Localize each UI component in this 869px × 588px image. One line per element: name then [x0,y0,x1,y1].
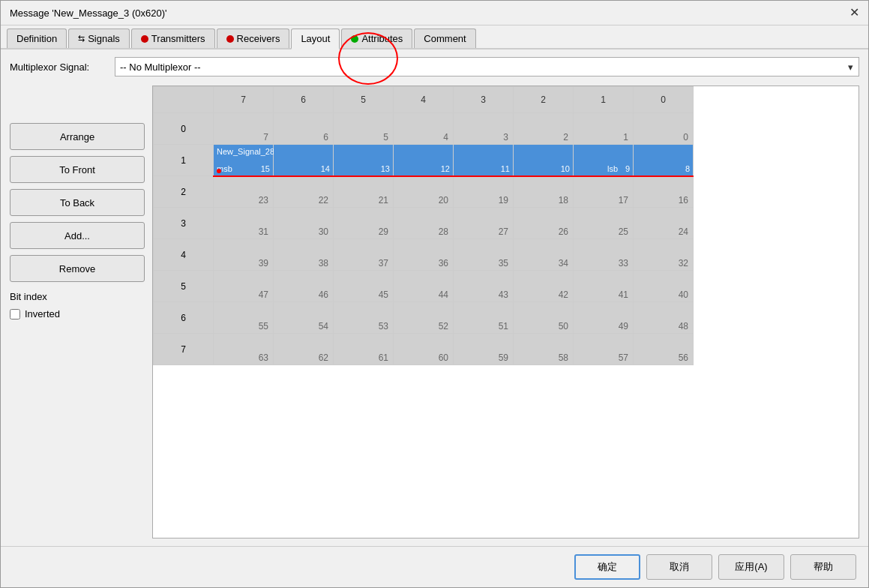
to-front-button[interactable]: To Front [10,156,145,183]
table-cell[interactable]: 23 [214,176,274,208]
confirm-button[interactable]: 确定 [574,554,640,580]
col-header-7: 7 [214,87,274,113]
to-back-button[interactable]: To Back [10,189,145,216]
table-cell[interactable]: 40 [634,271,694,302]
table-cell[interactable]: 61 [334,334,394,365]
table-cell[interactable]: 55 [214,302,274,334]
table-cell[interactable]: 1 [574,113,634,145]
tab-definition[interactable]: Definition [7,28,67,48]
table-cell[interactable]: 13 [334,145,394,176]
col-header-5: 5 [334,87,394,113]
table-cell[interactable]: 43 [454,271,514,302]
table-cell[interactable]: 39 [214,239,274,271]
table-cell[interactable]: 11 [454,145,514,176]
table-cell[interactable]: 41 [574,271,634,302]
table-cell[interactable]: 49 [574,302,634,334]
signal-name-label: New_Signal_282 [217,147,279,156]
table-cell[interactable]: 3 [454,113,514,145]
table-cell[interactable]: 42 [514,271,574,302]
table-cell[interactable]: 4 [394,113,454,145]
help-button[interactable]: 帮助 [790,554,856,580]
table-cell[interactable]: 22 [274,176,334,208]
tab-signals[interactable]: ⇆ Signals [68,28,130,48]
table-cell[interactable]: 48 [634,302,694,334]
tab-comment[interactable]: Comment [414,28,475,48]
table-cell[interactable]: 26 [514,208,574,239]
corner-header [154,87,214,113]
table-cell[interactable]: 52 [394,302,454,334]
table-cell[interactable]: 21 [334,176,394,208]
table-cell[interactable]: 62 [274,334,334,365]
table-cell[interactable]: 45 [334,271,394,302]
tab-attributes[interactable]: Attributes [341,28,412,48]
table-cell[interactable]: 16 [634,176,694,208]
table-cell[interactable]: 56 [634,334,694,365]
table-cell[interactable]: 36 [394,239,454,271]
table-cell[interactable]: 14 [274,145,334,176]
close-button[interactable]: ✕ [850,7,859,19]
table-cell[interactable]: 6 [274,113,334,145]
multiplexor-select[interactable]: -- No Multiplexor -- [115,57,859,76]
table-cell[interactable]: 2 [514,113,574,145]
table-cell[interactable]: 24 [634,208,694,239]
grid-wrapper[interactable]: 7 6 5 4 3 2 1 0 0765432101New_Signal_282… [152,86,859,538]
table-cell[interactable]: 46 [274,271,334,302]
cell-number: 12 [441,164,450,173]
table-cell[interactable]: 34 [514,239,574,271]
col-header-0: 0 [634,87,694,113]
receivers-icon [226,35,234,43]
arrange-button[interactable]: Arrange [10,123,145,150]
table-cell[interactable]: lsb9 [574,145,634,176]
table-cell[interactable]: 5 [334,113,394,145]
table-cell[interactable]: 50 [514,302,574,334]
inverted-label[interactable]: Inverted [25,308,60,320]
inverted-checkbox[interactable] [10,309,20,320]
cancel-button[interactable]: 取消 [646,554,712,580]
table-cell[interactable]: 33 [574,239,634,271]
table-cell[interactable]: 32 [634,239,694,271]
remove-button[interactable]: Remove [10,255,145,282]
table-cell[interactable]: 0 [634,113,694,145]
table-cell[interactable]: 37 [334,239,394,271]
tab-receivers[interactable]: Receivers [217,28,290,48]
table-cell[interactable]: 30 [274,208,334,239]
tab-signals-label: Signals [88,33,120,44]
table-cell[interactable]: 19 [454,176,514,208]
apply-button[interactable]: 应用(A) [718,554,784,580]
col-header-3: 3 [454,87,514,113]
cell-number: 13 [381,164,390,173]
col-header-2: 2 [514,87,574,113]
table-cell[interactable]: 63 [214,334,274,365]
table-cell[interactable]: 38 [274,239,334,271]
table-cell[interactable]: 54 [274,302,334,334]
tab-comment-label: Comment [424,33,466,44]
signals-icon: ⇆ [78,34,85,44]
table-cell[interactable]: 44 [394,271,454,302]
table-cell[interactable]: 29 [334,208,394,239]
table-cell[interactable]: 60 [394,334,454,365]
table-cell[interactable]: 35 [454,239,514,271]
tab-transmitters[interactable]: Transmitters [131,28,215,48]
table-cell[interactable]: 31 [214,208,274,239]
main-window: Message 'New_Message_3 (0x620)' ✕ Defini… [0,0,869,588]
table-cell[interactable]: 58 [514,334,574,365]
tab-layout-label: Layout [301,33,330,44]
table-cell[interactable]: 51 [454,302,514,334]
table-cell[interactable]: 7 [214,113,274,145]
table-cell[interactable]: 27 [454,208,514,239]
table-cell[interactable]: 25 [574,208,634,239]
table-cell[interactable]: 47 [214,271,274,302]
table-cell[interactable]: 10 [514,145,574,176]
table-cell[interactable]: 17 [574,176,634,208]
table-cell[interactable]: 59 [454,334,514,365]
table-cell[interactable]: New_Signal_282msb15 [214,145,274,176]
table-cell[interactable]: 18 [514,176,574,208]
tab-layout[interactable]: Layout [291,28,340,50]
table-cell[interactable]: 12 [394,145,454,176]
table-cell[interactable]: 8 [634,145,694,176]
table-cell[interactable]: 53 [334,302,394,334]
table-cell[interactable]: 57 [574,334,634,365]
add-button[interactable]: Add... [10,222,145,249]
table-cell[interactable]: 20 [394,176,454,208]
table-cell[interactable]: 28 [394,208,454,239]
